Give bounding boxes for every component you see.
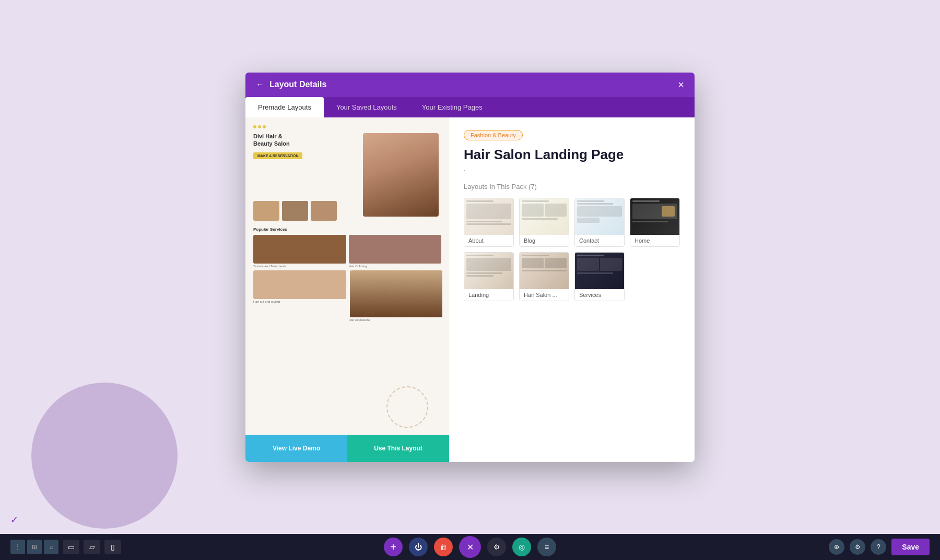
grid-view-button[interactable]: ⊞ [27, 540, 42, 554]
modal-header: ← Layout Details × [245, 73, 695, 97]
layout-thumb-img-home [630, 198, 679, 235]
layout-thumb-img-services [575, 253, 624, 289]
layout-thumb-img-contact [575, 198, 624, 235]
toolbar-center: + ⏻ 🗑 ✕ ⚙ ◎ ≡ [384, 536, 556, 558]
layout-thumb-img-about [464, 198, 513, 235]
tab-existing-pages[interactable]: Your Existing Pages [409, 97, 495, 117]
service-item-1: Texture and Treatments [253, 235, 346, 268]
layout-thumb-label-blog: Blog [520, 235, 569, 246]
bottom-toolbar: ⋮ ⊞ ⌕ ▭ ▱ ▯ + ⏻ 🗑 ✕ ⚙ ◎ ≡ ⊕ ⚙ ? Save [0, 534, 940, 560]
tab-premade-layouts[interactable]: Premade Layouts [245, 97, 324, 117]
layout-dot: · [464, 166, 680, 174]
service-item-3: Hair cut and styling [253, 270, 346, 321]
hair-salon-mini [520, 253, 569, 289]
layout-thumb-blog[interactable]: Blog [519, 198, 569, 247]
modal-body: Divi Hair &Beauty Salon MAKE A RESERVATI… [245, 117, 695, 462]
service-label-1: Texture and Treatments [253, 265, 346, 268]
preview-services-section: Popular Services Texture and Treatments … [253, 227, 441, 321]
preview-book-btn[interactable]: MAKE A RESERVATION [253, 152, 302, 159]
service-img-1 [253, 235, 346, 264]
layout-thumb-img-hair-salon [520, 253, 569, 289]
services-mini [575, 253, 624, 289]
service-item-2: Hair Coloring [349, 235, 442, 268]
gear-button[interactable]: ⚙ [487, 538, 506, 556]
layout-thumb-landing[interactable]: Landing [464, 252, 514, 301]
mobile-view-button[interactable]: ▯ [104, 540, 121, 554]
thumb-1 [253, 201, 279, 221]
save-button[interactable]: Save [891, 539, 930, 555]
service-img-3 [253, 270, 346, 299]
preview-dots [253, 125, 266, 128]
preview-content: Divi Hair &Beauty Salon MAKE A RESERVATI… [245, 117, 449, 435]
search-button[interactable]: ⌕ [44, 540, 58, 554]
layout-thumb-label-landing: Landing [464, 289, 513, 301]
dot-3 [263, 125, 266, 128]
toolbar-right: ⊕ ⚙ ? Save [829, 539, 930, 555]
layout-thumb-label-services: Services [575, 289, 624, 301]
dots-menu-button[interactable]: ⋮ [10, 540, 25, 554]
layout-thumb-about[interactable]: About [464, 198, 514, 247]
pack-label: Layouts In This Pack (7) [464, 183, 680, 190]
service-img-2 [349, 235, 442, 264]
power-button[interactable]: ⏻ [409, 538, 428, 556]
layout-thumb-label-home: Home [630, 235, 679, 246]
about-mini [464, 198, 513, 235]
desktop-view-button[interactable]: ▭ [63, 540, 79, 554]
preview-services-title: Popular Services [253, 227, 441, 232]
info-panel: Fashion & Beauty Hair Salon Landing Page… [449, 117, 695, 462]
layout-thumb-img-blog [520, 198, 569, 235]
layout-thumb-label-contact: Contact [575, 235, 624, 246]
modal-title: Layout Details [269, 80, 326, 89]
add-button[interactable]: + [384, 538, 403, 556]
dot-1 [253, 125, 256, 128]
service-label-2: Hair Coloring [349, 265, 442, 268]
preview-header [253, 125, 441, 128]
preview-salon-title: Divi Hair &Beauty Salon [253, 133, 441, 148]
layouts-grid: About [464, 198, 680, 301]
category-badge: Fashion & Beauty [464, 130, 523, 140]
landing-mini [464, 253, 513, 289]
service-img-4 [350, 270, 443, 317]
toolbar-left: ⋮ ⊞ ⌕ ▭ ▱ ▯ [10, 540, 121, 554]
thumb-3 [311, 201, 337, 221]
home-mini [630, 198, 679, 235]
modal-close-button[interactable]: × [678, 79, 684, 91]
layout-thumb-label-about: About [464, 235, 513, 246]
back-button[interactable]: ← [256, 80, 264, 89]
tablet-view-button[interactable]: ▱ [84, 540, 100, 554]
layout-thumb-home[interactable]: Home [630, 198, 680, 247]
preview-dashed-circle [386, 386, 428, 428]
layout-title: Hair Salon Landing Page [464, 147, 680, 163]
settings-button[interactable]: ⚙ [850, 539, 865, 555]
close-x-button[interactable]: ✕ [459, 536, 481, 558]
service-label-3: Hair cut and styling [253, 300, 346, 303]
preview-bottom-bar: View Live Demo Use This Layout [245, 435, 449, 462]
contact-mini [575, 198, 624, 235]
circle-button[interactable]: ◎ [512, 538, 531, 556]
modal-overlay: ← Layout Details × Premade Layouts Your … [0, 0, 940, 534]
layout-thumb-label-hair-salon: Hair Salon ... [520, 289, 569, 301]
view-icons: ⋮ ⊞ ⌕ [10, 540, 58, 554]
layout-details-modal: ← Layout Details × Premade Layouts Your … [245, 73, 695, 462]
use-this-layout-button[interactable]: Use This Layout [347, 435, 449, 462]
layout-thumb-hair-salon[interactable]: Hair Salon ... [519, 252, 569, 301]
view-live-demo-button[interactable]: View Live Demo [245, 435, 347, 462]
zoom-button[interactable]: ⊕ [829, 539, 844, 555]
tab-saved-layouts[interactable]: Your Saved Layouts [324, 97, 409, 117]
preview-panel: Divi Hair &Beauty Salon MAKE A RESERVATI… [245, 117, 449, 462]
layout-thumb-services[interactable]: Services [574, 252, 625, 301]
bars-button[interactable]: ≡ [537, 538, 556, 556]
modal-header-left: ← Layout Details [256, 80, 326, 89]
trash-button[interactable]: 🗑 [434, 538, 453, 556]
dot-2 [258, 125, 261, 128]
layout-thumb-img-landing [464, 253, 513, 289]
thumb-2 [282, 201, 308, 221]
service-label-4: Hair extensions [349, 318, 442, 321]
service-item-4: Hair extensions [349, 270, 442, 321]
modal-tabs: Premade Layouts Your Saved Layouts Your … [245, 97, 695, 117]
layout-thumb-contact[interactable]: Contact [574, 198, 625, 247]
help-button[interactable]: ? [871, 539, 886, 555]
blog-mini [520, 198, 569, 235]
